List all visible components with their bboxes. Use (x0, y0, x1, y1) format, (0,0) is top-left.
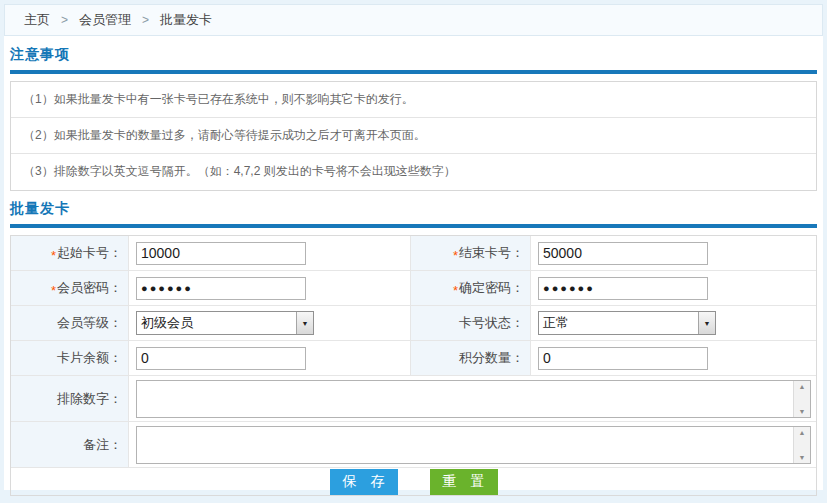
form-row-passwords: * 会员密码： * 确定密码： (11, 271, 816, 306)
member-password-label: * 会员密码： (11, 271, 129, 305)
page: 主页 > 会员管理 > 批量发卡 注意事项 （1）如果批量发卡中有一张卡号已存在… (0, 0, 827, 503)
end-card-no-label-text: 结束卡号： (459, 244, 524, 262)
member-level-label-text: 会员等级： (57, 314, 122, 332)
exclude-digits-textarea-frame: ▲ ▼ (136, 380, 811, 418)
exclude-digits-label: 排除数字： (11, 376, 129, 421)
remark-label: 备注： (11, 422, 129, 467)
end-card-no-cell (531, 236, 816, 270)
card-status-label: 卡号状态： (411, 306, 531, 340)
points-amount-input[interactable] (538, 347, 708, 370)
form-row-exclude-digits: 排除数字： ▲ ▼ (11, 376, 816, 422)
form-actions-row: 保 存 重 置 (11, 468, 816, 495)
exclude-digits-textarea[interactable] (137, 381, 793, 417)
points-amount-label-text: 积分数量： (459, 349, 524, 367)
card-status-label-text: 卡号状态： (459, 314, 524, 332)
card-balance-input[interactable] (136, 347, 306, 370)
card-status-cell: 正常 ▼ (531, 306, 816, 340)
remark-textarea[interactable] (137, 427, 793, 463)
content-panel: 注意事项 （1）如果批量发卡中有一张卡号已存在系统中，则不影响其它卡的发行。 （… (4, 36, 823, 490)
end-card-no-label: * 结束卡号： (411, 236, 531, 270)
form-row-balance-points: 卡片余额： 积分数量： (11, 341, 816, 376)
notes-title-underline (10, 70, 817, 74)
chevron-down-icon[interactable]: ▼ (698, 312, 715, 334)
scroll-up-icon[interactable]: ▲ (799, 383, 806, 390)
exclude-digits-label-text: 排除数字： (57, 390, 122, 408)
points-amount-cell (531, 341, 816, 375)
points-amount-label: 积分数量： (411, 341, 531, 375)
textarea-scrollbar[interactable]: ▲ ▼ (793, 381, 810, 417)
form-title-underline (10, 224, 817, 228)
note-line-2: （2）如果批量发卡的数量过多，请耐心等待提示成功之后才可离开本页面。 (11, 118, 816, 154)
confirm-password-input[interactable] (538, 277, 708, 300)
notes-box: （1）如果批量发卡中有一张卡号已存在系统中，则不影响其它卡的发行。 （2）如果批… (10, 81, 817, 191)
scroll-down-icon[interactable]: ▼ (799, 454, 806, 461)
scroll-down-icon[interactable]: ▼ (799, 408, 806, 415)
required-marker: * (453, 283, 458, 298)
member-password-input[interactable] (136, 277, 306, 300)
start-card-no-label-text: 起始卡号： (57, 244, 122, 262)
start-card-no-cell (129, 236, 411, 270)
save-button[interactable]: 保 存 (330, 469, 398, 495)
card-balance-label: 卡片余额： (11, 341, 129, 375)
breadcrumb: 主页 > 会员管理 > 批量发卡 (4, 4, 823, 36)
confirm-password-label-text: 确定密码： (459, 279, 524, 297)
note-line-1: （1）如果批量发卡中有一张卡号已存在系统中，则不影响其它卡的发行。 (11, 82, 816, 118)
exclude-digits-cell: ▲ ▼ (129, 376, 816, 421)
confirm-password-label: * 确定密码： (411, 271, 531, 305)
form-section-title: 批量发卡 (10, 200, 817, 218)
card-status-select[interactable]: 正常 ▼ (538, 311, 716, 335)
reset-button[interactable]: 重 置 (430, 469, 498, 495)
batch-card-form: * 起始卡号： * 结束卡号： * 会员密码： (10, 235, 817, 496)
note-line-3: （3）排除数字以英文逗号隔开。（如：4,7,2 则发出的卡号将不会出现这些数字） (11, 154, 816, 190)
card-balance-cell (129, 341, 411, 375)
card-status-selected-value: 正常 (539, 312, 698, 334)
end-card-no-input[interactable] (538, 242, 708, 265)
member-level-select[interactable]: 初级会员 ▼ (136, 311, 314, 335)
chevron-down-icon[interactable]: ▼ (296, 312, 313, 334)
start-card-no-label: * 起始卡号： (11, 236, 129, 270)
required-marker: * (51, 283, 56, 298)
breadcrumb-member-management[interactable]: 会员管理 (79, 11, 131, 29)
breadcrumb-separator: > (142, 13, 149, 27)
breadcrumb-batch-card-issue[interactable]: 批量发卡 (160, 11, 212, 29)
member-password-cell (129, 271, 411, 305)
remark-textarea-frame: ▲ ▼ (136, 426, 811, 464)
breadcrumb-home[interactable]: 主页 (24, 11, 50, 29)
card-balance-label-text: 卡片余额： (57, 349, 122, 367)
remark-cell: ▲ ▼ (129, 422, 816, 467)
start-card-no-input[interactable] (136, 242, 306, 265)
notes-section-title: 注意事项 (10, 46, 817, 64)
required-marker: * (51, 248, 56, 263)
form-row-card-range: * 起始卡号： * 结束卡号： (11, 236, 816, 271)
member-level-label: 会员等级： (11, 306, 129, 340)
required-marker: * (453, 248, 458, 263)
confirm-password-cell (531, 271, 816, 305)
member-level-selected-value: 初级会员 (137, 312, 296, 334)
member-level-cell: 初级会员 ▼ (129, 306, 411, 340)
form-row-level-status: 会员等级： 初级会员 ▼ 卡号状态： 正常 ▼ (11, 306, 816, 341)
remark-label-text: 备注： (83, 436, 122, 454)
form-row-remark: 备注： ▲ ▼ (11, 422, 816, 468)
member-password-label-text: 会员密码： (57, 279, 122, 297)
scroll-up-icon[interactable]: ▲ (799, 429, 806, 436)
breadcrumb-separator: > (61, 13, 68, 27)
textarea-scrollbar[interactable]: ▲ ▼ (793, 427, 810, 463)
